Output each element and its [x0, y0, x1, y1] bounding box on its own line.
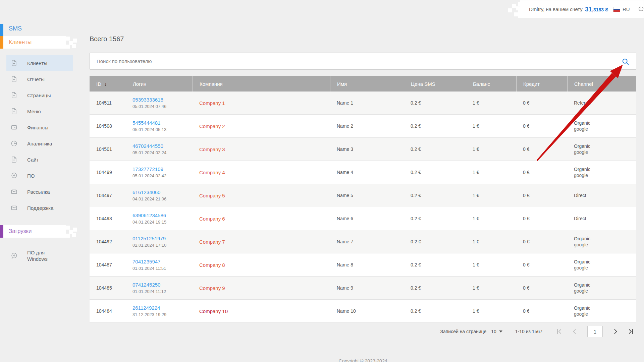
- company-link[interactable]: Company 1: [199, 100, 330, 106]
- cell-company: Company 4: [193, 161, 330, 184]
- company-link[interactable]: Company 7: [199, 239, 330, 245]
- cell-price: 0.2 €: [404, 277, 466, 299]
- login-date: 05.01.2024 02:42: [132, 173, 193, 178]
- table-row: 104485 0741245250 01.01.2024 11:12 Compa…: [90, 277, 636, 300]
- search-button[interactable]: [621, 57, 630, 66]
- table-row: 104493 639061234586 04.01.2024 19:15 Com…: [90, 207, 636, 230]
- first-page-button[interactable]: [555, 327, 563, 336]
- column-header-channel[interactable]: Channel: [567, 76, 636, 92]
- channel-line1: Organic: [574, 236, 636, 242]
- pixel-decoration: [66, 226, 70, 230]
- cell-name: Name 1: [330, 92, 404, 114]
- channel-line2: google: [574, 311, 636, 317]
- cell-login: 05393333618 05.01.2024 07:46: [126, 92, 193, 114]
- company-link[interactable]: Company 9: [199, 285, 330, 291]
- login-date: 02.01.2024 17:10: [132, 243, 193, 248]
- column-header-id[interactable]: ID ↓: [90, 76, 126, 92]
- previous-page-button[interactable]: [571, 327, 579, 336]
- company-link[interactable]: Company 5: [199, 193, 330, 198]
- cell-login: 5455444481 05.01.2024 05:13: [126, 115, 193, 137]
- sidebar-section-clients[interactable]: Клиенты: [0, 36, 66, 49]
- column-header-credit[interactable]: Кредит: [516, 76, 567, 92]
- column-header-name[interactable]: Имя: [330, 76, 404, 92]
- cell-company: Company 9: [193, 277, 330, 299]
- channel-line2: google: [574, 172, 636, 178]
- sidebar-item-label: Меню: [27, 108, 41, 115]
- cell-id: 104484: [90, 300, 126, 322]
- login-link[interactable]: 46702444550: [132, 143, 193, 149]
- power-icon: [638, 5, 644, 12]
- per-page-dropdown[interactable]: 10: [491, 329, 502, 334]
- sidebar-item-6[interactable]: Сайт: [6, 152, 73, 168]
- company-link[interactable]: Company 6: [199, 216, 330, 222]
- chevron-left-icon: [571, 327, 579, 336]
- sidebar-item-8[interactable]: Рассылка: [6, 184, 73, 200]
- sidebar-item-3[interactable]: Меню: [6, 103, 73, 119]
- section-accent-bar: [0, 36, 3, 49]
- login-link[interactable]: 639061234586: [132, 213, 193, 218]
- login-link[interactable]: 2611249224: [132, 305, 193, 311]
- login-link[interactable]: 011251251979: [132, 236, 193, 241]
- company-link[interactable]: Company 8: [199, 262, 330, 268]
- cell-price: 0.2 €: [404, 300, 466, 322]
- russia-flag-icon[interactable]: [613, 7, 620, 12]
- sidebar-item-label: Страницы: [27, 92, 51, 99]
- document-icon: [10, 75, 18, 83]
- login-link[interactable]: 7041235947: [132, 259, 193, 264]
- column-header-company[interactable]: Компания: [193, 76, 330, 92]
- login-date: 05.01.2024 02:24: [132, 150, 193, 155]
- sidebar-item-2[interactable]: Страницы: [6, 87, 73, 103]
- cell-price: 0.2 €: [404, 253, 466, 276]
- channel-line1: Organic: [574, 282, 636, 288]
- sidebar-item-7[interactable]: ПО: [6, 168, 73, 184]
- login-link[interactable]: 17327772109: [132, 166, 193, 172]
- login-link[interactable]: 0741245250: [132, 282, 193, 288]
- login-date: 05.01.2024 07:46: [132, 104, 193, 109]
- cell-name: Name 5: [330, 184, 404, 207]
- page-number-input[interactable]: [587, 326, 603, 337]
- company-link[interactable]: Company 2: [199, 123, 330, 129]
- channel-line1: Organic: [574, 259, 636, 265]
- envelope-icon: [10, 204, 18, 212]
- login-date: 04.01.2024 21:06: [132, 196, 193, 201]
- sidebar-download-item-0[interactable]: ПО для Windows: [6, 246, 73, 265]
- company-link[interactable]: Company 4: [199, 170, 330, 175]
- cell-price: 0.2 €: [404, 92, 466, 114]
- sidebar-item-label: Финансы: [27, 124, 48, 131]
- sidebar-item-9[interactable]: Поддержка: [6, 200, 73, 216]
- search-input[interactable]: [90, 53, 636, 69]
- sidebar-item-label: Отчеты: [27, 76, 45, 82]
- sidebar-section-downloads[interactable]: Загрузки: [0, 225, 66, 238]
- next-page-button[interactable]: [611, 327, 620, 336]
- balance-link[interactable]: 31,3183 ₴: [585, 6, 608, 13]
- channel-line1: Organic: [574, 120, 636, 126]
- brand-accent-bar: [0, 24, 3, 36]
- cell-name: Name 2: [330, 115, 404, 137]
- sidebar-item-4[interactable]: Финансы: [6, 119, 73, 135]
- channel-line1: Referral: [574, 100, 636, 106]
- cell-price: 0.2 €: [404, 207, 466, 230]
- cell-price: 0.2 €: [404, 161, 466, 184]
- login-link[interactable]: 6161234060: [132, 189, 193, 195]
- wallet-icon: [10, 124, 18, 131]
- last-page-button[interactable]: [627, 327, 635, 336]
- cell-channel: Direct: [567, 207, 636, 230]
- column-header-price[interactable]: Цена SMS: [404, 76, 466, 92]
- column-header-balance[interactable]: Баланс: [466, 76, 516, 92]
- company-link[interactable]: Company 3: [199, 146, 330, 152]
- login-link[interactable]: 05393333618: [132, 97, 193, 103]
- sidebar-item-0[interactable]: Клиенты: [6, 55, 73, 71]
- per-page-value: 10: [491, 329, 496, 334]
- logout-button[interactable]: [638, 5, 644, 13]
- company-link[interactable]: Company 10: [199, 308, 330, 314]
- cell-channel: Organic google: [567, 138, 636, 161]
- language-selector[interactable]: RU: [623, 6, 630, 12]
- sidebar-item-1[interactable]: Отчеты: [6, 71, 73, 87]
- pixel-decoration: [514, 12, 518, 16]
- column-header-login[interactable]: Логин: [126, 76, 193, 92]
- login-link[interactable]: 5455444481: [132, 120, 193, 126]
- table-row: 104501 46702444550 05.01.2024 02:24 Comp…: [90, 138, 636, 161]
- cell-channel: Direct: [567, 184, 636, 207]
- sidebar-item-5[interactable]: Аналитика: [6, 135, 73, 152]
- table-header: ID ↓ Логин Компания Имя Цена SMS Баланс …: [90, 76, 636, 92]
